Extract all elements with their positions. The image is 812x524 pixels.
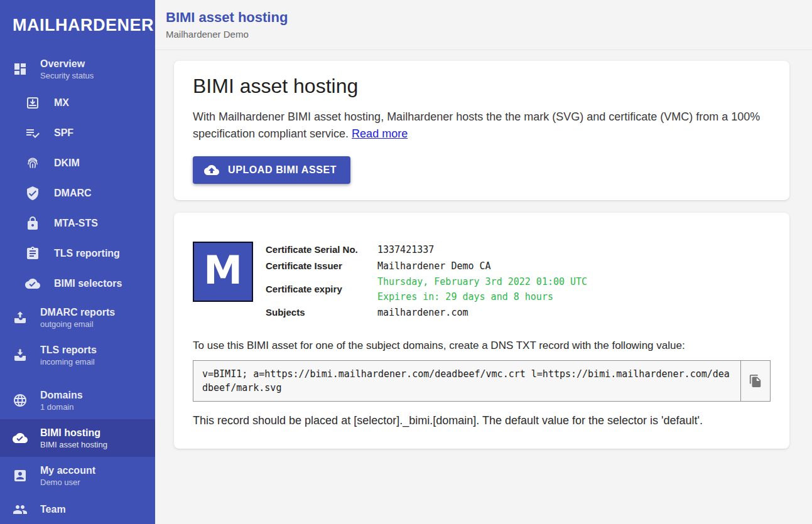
sidebar-item-subtitle: incoming email xyxy=(40,356,97,367)
page-header: BIMI asset hosting Mailhardener Demo xyxy=(155,0,812,50)
cert-row-subjects: Subjects mailhardener.com xyxy=(266,304,587,321)
sidebar-item-label: DMARC reports xyxy=(40,306,115,319)
cert-expiry-relative: Expires in: 29 days and 8 hours xyxy=(377,289,587,304)
tray-down-icon xyxy=(13,348,28,363)
sidebar-item-subtitle: Demo user xyxy=(40,477,95,488)
sidebar-item-label: TLS reports xyxy=(40,344,97,356)
copy-dns-record-button[interactable] xyxy=(740,361,770,401)
inbox-down-icon xyxy=(25,95,40,110)
sidebar-item-subtitle: BIMI asset hosting xyxy=(40,439,107,450)
cert-issuer-label: Certificate Issuer xyxy=(266,258,377,274)
cert-subjects-label: Subjects xyxy=(266,304,377,321)
sidebar-item-spf[interactable]: SPF xyxy=(0,118,155,148)
sidebar-item-dkim[interactable]: DKIM xyxy=(0,148,155,178)
lock-icon xyxy=(25,216,40,231)
sidebar-item-subtitle: Security status xyxy=(40,70,94,81)
sidebar-item-mx[interactable]: MX xyxy=(0,88,155,118)
sidebar-item-tls-reporting[interactable]: TLS reporting xyxy=(0,238,155,269)
cert-expiry-date: Thursday, February 3rd 2022 01:00 UTC xyxy=(377,274,587,289)
sidebar-item-label: Team xyxy=(40,503,66,516)
sidebar-item-domains[interactable]: Domains 1 domain xyxy=(0,382,155,419)
tray-up-icon xyxy=(13,310,28,325)
cert-subjects-value: mailhardener.com xyxy=(377,304,468,321)
cert-serial-value: 1337421337 xyxy=(377,242,434,258)
sidebar-item-mta-sts[interactable]: MTA-STS xyxy=(0,208,155,238)
sidebar-item-my-account[interactable]: My account Demo user xyxy=(0,457,155,495)
read-more-link[interactable]: Read more xyxy=(352,127,408,140)
dashboard-icon xyxy=(13,61,28,77)
sidebar: MAILHARDENER Overview Security status MX xyxy=(0,0,155,524)
certificate-card: M Certificate Serial No. 1337421337 Cert… xyxy=(174,213,789,449)
sidebar-item-label: Overview xyxy=(40,58,94,70)
sidebar-item-dmarc-reports[interactable]: DMARC reports outgoing email xyxy=(0,299,155,336)
intro-card: BIMI asset hosting With Mailhardener BIM… xyxy=(174,61,789,200)
page-title: BIMI asset hosting xyxy=(166,9,812,26)
sidebar-item-dmarc[interactable]: DMARC xyxy=(0,178,155,208)
sidebar-item-overview[interactable]: Overview Security status xyxy=(0,50,155,88)
sidebar-item-label: DMARC xyxy=(54,187,92,200)
cert-issuer-value: Mailhardener Demo CA xyxy=(377,258,491,274)
card-title: BIMI asset hosting xyxy=(193,73,771,99)
intro-text-body: With Mailhardener BIMI asset hosting, Ma… xyxy=(193,110,760,140)
dns-record-block: v=BIMI1; a=https://bimi.mailhardener.com… xyxy=(193,360,771,402)
shield-check-icon xyxy=(25,186,40,201)
app-logo: MAILHARDENER xyxy=(0,0,155,48)
sidebar-item-label: Domains xyxy=(40,389,83,402)
sidebar-item-label: MX xyxy=(54,97,69,109)
playlist-check-icon xyxy=(25,126,40,141)
sidebar-item-bimi-hosting[interactable]: BIMI hosting BIMI asset hosting xyxy=(0,419,155,457)
clipboard-icon xyxy=(25,246,40,261)
people-icon xyxy=(13,502,28,517)
sidebar-item-label: SPF xyxy=(54,127,73,139)
cert-expiry-label: Certificate expiry xyxy=(266,281,377,297)
main-area: BIMI asset hosting Mailhardener Demo BIM… xyxy=(155,0,812,524)
certificate-details: Certificate Serial No. 1337421337 Certif… xyxy=(266,242,587,321)
sidebar-item-subtitle: outgoing email xyxy=(40,319,115,329)
cert-row-serial: Certificate Serial No. 1337421337 xyxy=(266,242,587,258)
sidebar-item-label: My account xyxy=(40,464,95,477)
copy-icon xyxy=(749,374,762,388)
dns-record-value: v=BIMI1; a=https://bimi.mailhardener.com… xyxy=(193,361,740,401)
page-content: BIMI asset hosting With Mailhardener BIM… xyxy=(155,50,812,461)
sidebar-item-label: BIMI selectors xyxy=(54,277,122,290)
sidebar-item-label: TLS reporting xyxy=(54,247,120,260)
selector-note-text: This record should be placed at [selecto… xyxy=(193,412,771,429)
cloud-check-icon xyxy=(25,276,40,291)
upload-button-label: UPLOAD BIMI ASSET xyxy=(228,164,337,176)
sidebar-item-label: BIMI hosting xyxy=(40,427,107,439)
cloud-upload-icon xyxy=(204,163,219,178)
sidebar-item-subtitle: 1 domain xyxy=(40,402,83,412)
intro-text: With Mailhardener BIMI asset hosting, Ma… xyxy=(193,109,771,142)
sidebar-item-bimi-selectors[interactable]: BIMI selectors xyxy=(0,269,155,299)
sidebar-item-tls-reports[interactable]: TLS reports incoming email xyxy=(0,336,155,374)
fingerprint-icon xyxy=(25,156,40,171)
bimi-mark-letter: M xyxy=(203,251,242,290)
account-box-icon xyxy=(13,468,28,483)
cert-row-expiry: Certificate expiry Thursday, February 3r… xyxy=(266,274,587,304)
upload-bimi-asset-button[interactable]: UPLOAD BIMI ASSET xyxy=(193,156,350,184)
sidebar-item-label: DKIM xyxy=(54,157,80,169)
dns-instruction-text: To use this BIMI asset for one of the su… xyxy=(193,338,771,353)
bimi-mark-logo: M xyxy=(193,242,253,302)
globe-icon xyxy=(13,393,28,408)
sidebar-item-label: MTA-STS xyxy=(54,217,98,230)
cert-expiry-value: Thursday, February 3rd 2022 01:00 UTC Ex… xyxy=(377,274,587,304)
cert-serial-label: Certificate Serial No. xyxy=(266,242,377,258)
cert-row-issuer: Certificate Issuer Mailhardener Demo CA xyxy=(266,258,587,274)
cloud-check-icon xyxy=(13,430,28,446)
sidebar-item-team[interactable]: Team xyxy=(0,495,155,524)
sidebar-nav: Overview Security status MX SPF xyxy=(0,50,155,524)
page-subtitle: Mailhardener Demo xyxy=(166,29,812,40)
